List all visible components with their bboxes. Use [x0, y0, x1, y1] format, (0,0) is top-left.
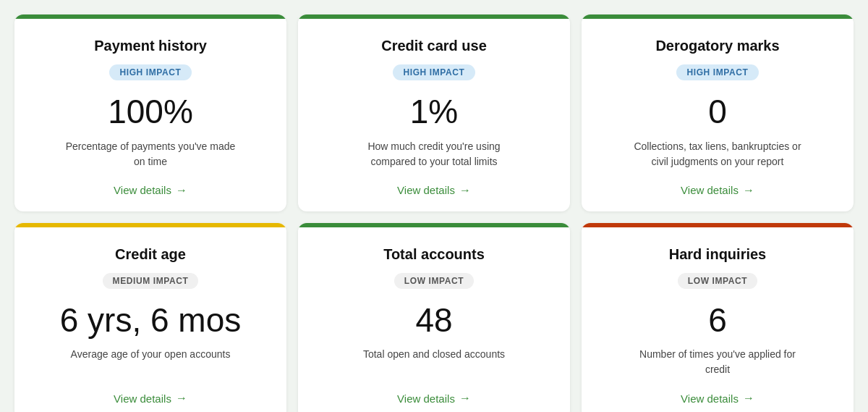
view-details-label-total-accounts: View details — [397, 392, 455, 405]
card-value-credit-card-use: 1% — [410, 93, 458, 130]
arrow-icon-derogatory-marks: → — [743, 184, 754, 197]
card-title-payment-history: Payment history — [94, 38, 207, 54]
card-value-payment-history: 100% — [108, 93, 193, 130]
impact-badge-credit-age: MEDIUM IMPACT — [103, 273, 199, 289]
card-title-credit-card-use: Credit card use — [381, 38, 487, 54]
card-title-derogatory-marks: Derogatory marks — [655, 38, 779, 54]
arrow-icon-payment-history: → — [176, 184, 187, 197]
view-details-label-credit-card-use: View details — [397, 184, 455, 196]
card-hard-inquiries: Hard inquiries LOW IMPACT 6 Number of ti… — [582, 223, 854, 412]
card-title-total-accounts: Total accounts — [383, 246, 485, 263]
arrow-icon-credit-age: → — [176, 392, 187, 405]
view-details-link-credit-age[interactable]: View details → — [114, 392, 187, 405]
card-value-credit-age: 6 yrs, 6 mos — [60, 302, 242, 339]
card-desc-derogatory-marks: Collections, tax liens, bankruptcies or … — [631, 139, 804, 169]
impact-badge-derogatory-marks: HIGH IMPACT — [676, 64, 758, 80]
card-desc-hard-inquiries: Number of times you've applied for credi… — [631, 347, 804, 377]
credit-factors-grid: Payment history HIGH IMPACT 100% Percent… — [14, 14, 854, 412]
view-details-link-credit-card-use[interactable]: View details → — [397, 184, 471, 197]
card-value-total-accounts: 48 — [415, 302, 452, 339]
arrow-icon-credit-card-use: → — [459, 184, 471, 197]
impact-badge-payment-history: HIGH IMPACT — [109, 64, 191, 80]
card-credit-card-use: Credit card use HIGH IMPACT 1% How much … — [298, 14, 570, 211]
impact-badge-credit-card-use: HIGH IMPACT — [393, 64, 475, 80]
view-details-label-hard-inquiries: View details — [681, 392, 739, 405]
arrow-icon-total-accounts: → — [459, 392, 471, 405]
view-details-label-derogatory-marks: View details — [681, 184, 739, 196]
impact-badge-hard-inquiries: LOW IMPACT — [678, 273, 757, 289]
card-desc-total-accounts: Total open and closed accounts — [363, 347, 505, 362]
card-value-hard-inquiries: 6 — [708, 302, 727, 339]
view-details-link-derogatory-marks[interactable]: View details → — [681, 184, 754, 197]
card-payment-history: Payment history HIGH IMPACT 100% Percent… — [14, 14, 286, 211]
card-title-credit-age: Credit age — [115, 246, 186, 263]
view-details-label-payment-history: View details — [114, 184, 171, 196]
view-details-link-total-accounts[interactable]: View details → — [397, 392, 471, 405]
card-title-hard-inquiries: Hard inquiries — [669, 246, 766, 263]
view-details-label-credit-age: View details — [114, 392, 171, 405]
view-details-link-hard-inquiries[interactable]: View details → — [681, 392, 754, 405]
card-desc-credit-card-use: How much credit you're using compared to… — [347, 139, 521, 169]
card-derogatory-marks: Derogatory marks HIGH IMPACT 0 Collectio… — [582, 14, 854, 211]
card-credit-age: Credit age MEDIUM IMPACT 6 yrs, 6 mos Av… — [14, 223, 286, 412]
card-total-accounts: Total accounts LOW IMPACT 48 Total open … — [298, 223, 570, 412]
card-desc-credit-age: Average age of your open accounts — [71, 347, 231, 362]
impact-badge-total-accounts: LOW IMPACT — [394, 273, 474, 289]
card-value-derogatory-marks: 0 — [708, 93, 727, 130]
arrow-icon-hard-inquiries: → — [743, 392, 754, 405]
view-details-link-payment-history[interactable]: View details → — [114, 184, 187, 197]
card-desc-payment-history: Percentage of payments you've made on ti… — [64, 139, 237, 169]
